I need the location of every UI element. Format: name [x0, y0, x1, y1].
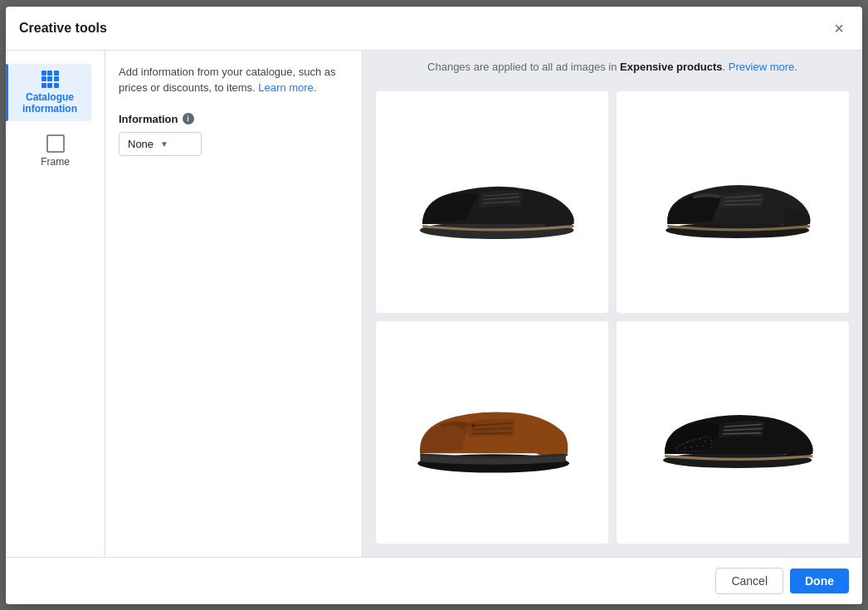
svg-point-20	[690, 447, 691, 448]
information-label-row: Information i	[119, 113, 349, 125]
tools-sidebar: Catalogue information Frame	[6, 51, 105, 557]
svg-line-11	[473, 433, 513, 434]
modal-body: Catalogue information Frame Add informat…	[6, 51, 862, 557]
svg-point-12	[472, 424, 475, 427]
preview-card-2	[617, 91, 849, 314]
information-tooltip-icon[interactable]: i	[183, 113, 194, 124]
shoe-image-4	[617, 321, 849, 544]
frame-icon	[46, 134, 65, 153]
learn-more-link[interactable]: Learn more.	[258, 81, 316, 94]
svg-point-15	[686, 441, 688, 442]
options-description: Add information from your catalogue, suc…	[119, 64, 349, 96]
frame-label: Frame	[41, 156, 70, 168]
sidebar-item-catalogue-information[interactable]: Catalogue information	[8, 64, 91, 121]
modal-header: Creative tools ×	[6, 7, 862, 51]
modal-title: Creative tools	[19, 21, 107, 36]
preview-card-4	[617, 321, 849, 544]
information-dropdown[interactable]: None ▼	[119, 132, 202, 156]
svg-point-14	[681, 443, 683, 445]
preview-panel: Changes are applied to all ad images in …	[363, 51, 862, 557]
svg-point-18	[704, 440, 705, 442]
shoe-image-1	[376, 91, 608, 314]
modal: Creative tools ×	[6, 7, 862, 604]
product-set-name: Expensive products	[620, 61, 723, 73]
svg-point-17	[699, 438, 700, 440]
done-button[interactable]: Done	[790, 569, 849, 593]
catalogue-information-label: Catalogue information	[18, 91, 81, 115]
modal-footer: Cancel Done	[6, 557, 862, 604]
preview-more-link[interactable]: Preview more.	[729, 61, 797, 73]
dropdown-value: None	[128, 138, 154, 150]
options-panel: Add information from your catalogue, suc…	[105, 51, 363, 557]
preview-grid	[363, 83, 862, 557]
shoe-image-3	[376, 321, 608, 544]
svg-point-19	[684, 447, 685, 449]
shoe-image-2	[617, 91, 849, 314]
close-button[interactable]: ×	[829, 18, 849, 38]
cancel-button[interactable]: Cancel	[715, 568, 783, 594]
svg-point-21	[696, 446, 698, 447]
grid-icon	[41, 71, 59, 88]
chevron-down-icon: ▼	[160, 139, 168, 149]
svg-point-16	[693, 439, 695, 441]
sidebar-item-frame[interactable]: Frame	[14, 128, 97, 174]
modal-overlay: Creative tools ×	[0, 0, 868, 610]
svg-point-22	[702, 446, 704, 447]
preview-notice: Changes are applied to all ad images in …	[363, 51, 862, 83]
preview-card-3	[376, 321, 608, 544]
preview-card-1	[376, 91, 608, 314]
